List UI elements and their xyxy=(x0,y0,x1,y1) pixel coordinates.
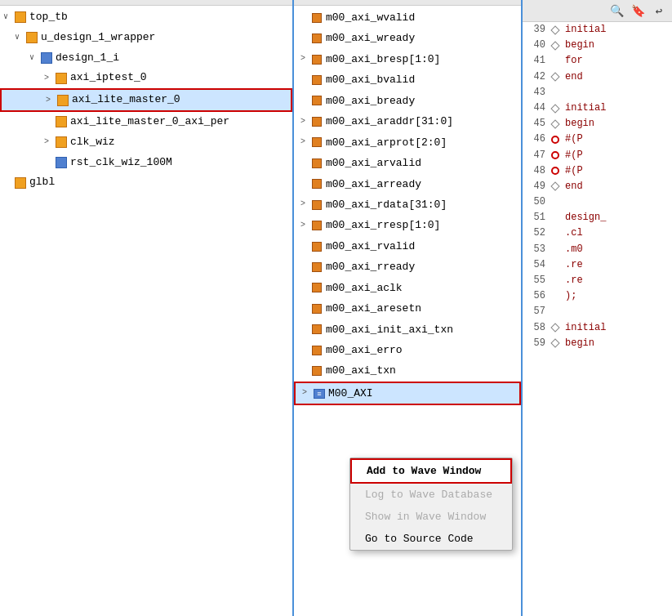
line-number: 57 xyxy=(523,304,549,319)
tree-item-label: axi_lite_master_0 xyxy=(72,92,180,109)
code-line-53: 53 .m0 xyxy=(523,242,672,257)
module-icon xyxy=(26,32,38,43)
line-indicator xyxy=(549,167,562,175)
line-content: .m0 xyxy=(562,242,583,257)
tree-container: ∨top_tb∨u_design_1_wrapper∨design_1_i>ax… xyxy=(0,6,292,616)
tree-item-design_1_i[interactable]: ∨design_1_i xyxy=(0,48,292,69)
module-icon xyxy=(56,73,67,84)
module-icon xyxy=(15,11,26,23)
main-container: ∨top_tb∨u_design_1_wrapper∨design_1_i>ax… xyxy=(0,0,672,616)
expand-arrow[interactable]: > xyxy=(44,72,56,85)
line-indicator xyxy=(549,151,562,159)
tree-item-top_tb[interactable]: ∨top_tb xyxy=(0,7,292,28)
code-line-54: 54 .re xyxy=(523,257,672,273)
expand-arrow[interactable]: > xyxy=(46,94,57,107)
line-content: for xyxy=(562,53,583,69)
signal-label: m00_axi_arvalid xyxy=(326,154,421,172)
line-indicator xyxy=(549,105,562,112)
context-menu-item-add-to-wave[interactable]: Add to Wave Window xyxy=(350,458,512,484)
line-content: .re xyxy=(562,257,583,273)
tree-item-u_design_1_wrapper[interactable]: ∨u_design_1_wrapper xyxy=(0,28,292,48)
tree-item-axi_lite_master_0_axi_per[interactable]: axi_lite_master_0_axi_per xyxy=(0,112,292,132)
code-line-39: 39 initial xyxy=(523,22,672,38)
signal-icon xyxy=(312,13,322,23)
line-number: 42 xyxy=(523,69,549,85)
line-content: .re xyxy=(562,273,583,288)
module-icon xyxy=(56,136,67,148)
circle-indicator xyxy=(551,136,559,144)
signal-item-m00_axi_arprot[interactable]: >m00_axi_arprot[2:0] xyxy=(294,132,521,153)
tree-item-axi_lite_master_0[interactable]: >axi_lite_master_0 xyxy=(0,88,292,112)
signal-item-m00_axi_arready[interactable]: m00_axi_arready xyxy=(294,174,521,194)
signal-item-m00_axi_txn[interactable]: m00_axi_txn xyxy=(294,360,521,381)
tree-item-axi_iptest_0[interactable]: >axi_iptest_0 xyxy=(0,68,292,88)
context-menu-item-go-to-source[interactable]: Go to Source Code xyxy=(350,528,512,550)
line-number: 59 xyxy=(523,336,549,351)
signal-item-m00_axi_rready[interactable]: m00_axi_rready xyxy=(294,257,521,277)
expand-arrow[interactable]: > xyxy=(44,136,56,149)
diamond-indicator xyxy=(550,182,559,191)
tree-item-glbl[interactable]: glbl xyxy=(0,172,292,193)
code-line-40: 40 begin xyxy=(523,38,672,53)
signal-label: m00_axi_aclk xyxy=(326,279,403,297)
module-icon xyxy=(15,177,26,189)
signal-item-m00_axi_araddr[interactable]: >m00_axi_araddr[31:0] xyxy=(294,111,521,132)
signal-item-m00_axi_aresetn[interactable]: m00_axi_aresetn xyxy=(294,298,521,319)
signal-expand[interactable]: > xyxy=(300,52,312,66)
back-icon[interactable]: ↩ xyxy=(651,2,667,19)
signal-icon xyxy=(312,137,322,147)
module-icon xyxy=(57,95,69,106)
signal-expand[interactable]: > xyxy=(302,386,314,400)
tree-item-clk_wiz[interactable]: >clk_wiz xyxy=(0,132,292,153)
expand-arrow[interactable]: ∨ xyxy=(29,51,41,65)
bookmark-icon[interactable]: 🔖 xyxy=(630,2,646,19)
signal-icon xyxy=(312,158,322,168)
signal-label: m00_axi_rready xyxy=(326,258,415,275)
line-content: #(P xyxy=(562,163,583,179)
signal-item-m00_axi_bresp[interactable]: >m00_axi_bresp[1:0] xyxy=(294,49,521,69)
signal-icon xyxy=(312,75,322,85)
module-icon xyxy=(56,157,67,168)
signal-expand[interactable]: > xyxy=(300,136,312,150)
signal-item-m00_axi_bready[interactable]: m00_axi_bready xyxy=(294,91,521,111)
signal-item-m00_axi_rdata[interactable]: >m00_axi_rdata[31:0] xyxy=(294,194,521,215)
tree-item-label: top_tb xyxy=(29,9,68,26)
line-number: 40 xyxy=(523,38,549,53)
interface-icon: ≡ xyxy=(314,389,325,399)
line-indicator xyxy=(549,183,562,190)
signal-item-m00_axi_wready[interactable]: m00_axi_wready xyxy=(294,28,521,48)
signal-label: m00_axi_rvalid xyxy=(326,238,415,255)
signal-item-m00_axi_init_axi_txn[interactable]: m00_axi_init_axi_txn xyxy=(294,319,521,340)
signal-item-m00_axi_aclk[interactable]: m00_axi_aclk xyxy=(294,278,521,298)
signal-icon xyxy=(312,179,322,189)
line-content: begin xyxy=(562,116,594,132)
tree-item-label: u_design_1_wrapper xyxy=(41,29,155,47)
code-line-46: 46 #(P xyxy=(523,132,672,147)
line-number: 45 xyxy=(523,116,549,132)
diamond-indicator xyxy=(550,72,559,81)
signal-expand[interactable]: > xyxy=(300,219,312,233)
line-indicator xyxy=(549,74,562,80)
signal-label: m00_axi_aresetn xyxy=(326,300,421,317)
search-icon[interactable]: 🔍 xyxy=(608,2,625,19)
signal-item-m00_axi_rresp[interactable]: >m00_axi_rresp[1:0] xyxy=(294,215,521,235)
signal-item-m00_axi_arvalid[interactable]: m00_axi_arvalid xyxy=(294,153,521,173)
diamond-indicator xyxy=(550,119,559,128)
tree-item-rst_clk_wiz_100M[interactable]: rst_clk_wiz_100M xyxy=(0,153,292,173)
line-number: 49 xyxy=(523,179,549,194)
expand-arrow[interactable]: ∨ xyxy=(3,11,15,24)
signal-item-m00_axi_rvalid[interactable]: m00_axi_rvalid xyxy=(294,236,521,257)
line-content: initial xyxy=(562,100,606,116)
signal-expand[interactable]: > xyxy=(300,198,312,212)
line-number: 39 xyxy=(523,22,549,38)
line-content: end xyxy=(562,179,583,194)
signal-label: m00_axi_erro xyxy=(326,341,403,359)
expand-arrow[interactable]: ∨ xyxy=(15,31,26,44)
signal-expand[interactable]: > xyxy=(300,115,312,129)
signal-item-m00_axi_wvalid[interactable]: m00_axi_wvalid xyxy=(294,7,521,28)
signal-item-m00_axi_erro[interactable]: m00_axi_erro xyxy=(294,340,521,360)
signal-item-M00_AXI[interactable]: >≡M00_AXI xyxy=(294,382,521,405)
line-number: 52 xyxy=(523,225,549,241)
signal-item-m00_axi_bvalid[interactable]: m00_axi_bvalid xyxy=(294,69,521,90)
middle-panel: m00_axi_wvalid m00_axi_wready>m00_axi_br… xyxy=(294,0,523,616)
